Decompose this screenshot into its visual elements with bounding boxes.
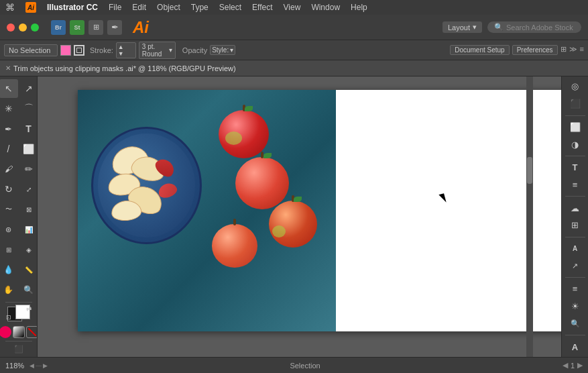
width-input[interactable]: 3 pt. Round ▾ <box>139 42 176 59</box>
menu-help[interactable]: Help <box>351 3 367 12</box>
pencil-tool[interactable]: ✏ <box>19 160 38 178</box>
tool-separator <box>5 302 32 303</box>
zoom-level: 118% <box>5 362 24 370</box>
arrange-button[interactable]: ≡ <box>566 282 585 297</box>
tab-close-button[interactable]: ✕ <box>5 64 11 72</box>
color-mode-button[interactable] <box>0 326 11 338</box>
rect-tool[interactable]: ⬜ <box>19 140 38 158</box>
app-icon: Ai <box>25 2 36 13</box>
more-icon[interactable]: ≫ <box>569 45 577 55</box>
menu-object[interactable]: Object <box>157 3 180 12</box>
character-panel-button[interactable]: T <box>566 160 585 175</box>
scale-tool[interactable]: ⤢ <box>19 180 38 199</box>
swap-colors-icon[interactable]: ⇄ <box>26 305 32 313</box>
selection-indicator: No Selection <box>4 44 58 56</box>
measure-tool[interactable]: 📏 <box>19 260 38 279</box>
direct-selection-tool[interactable]: ↗ <box>19 79 38 98</box>
mesh-tool[interactable]: ⊞ <box>0 240 18 259</box>
column-graph-tool[interactable]: 📊 <box>19 220 38 239</box>
appearance-button[interactable]: ◑ <box>566 137 585 152</box>
apple-image-background <box>78 90 336 331</box>
paragraph-panel-button[interactable]: ≡ <box>566 178 585 193</box>
chevron-down-icon: ▾ <box>169 46 172 54</box>
page-number: 1 <box>571 362 575 370</box>
left-toolbar: ↖ ↗ ✳ ⌒ ✒ T / ⬜ 🖌 ✏ ↻ ⤢ 〜 ⊠ ⊛ 📊 <box>0 76 38 357</box>
menu-window[interactable]: Window <box>311 3 340 12</box>
stock-icon[interactable]: St <box>70 20 84 35</box>
artboard-button[interactable]: ☀ <box>566 299 585 314</box>
free-transform-tool[interactable]: ⊠ <box>19 200 38 219</box>
search-box[interactable]: 🔍 Search Adobe Stock <box>487 21 581 33</box>
stroke-input[interactable]: ▲▼ <box>116 42 136 58</box>
line-tool[interactable]: / <box>0 140 18 158</box>
canvas-area[interactable] <box>38 76 561 357</box>
menu-effect[interactable]: Effect <box>252 3 272 12</box>
properties-button[interactable]: ⊞ <box>566 218 585 233</box>
preferences-button[interactable]: Preferences <box>512 45 558 55</box>
ai-logo: Ai <box>133 18 149 37</box>
change-screen-mode-button[interactable]: ⬛ <box>9 343 28 354</box>
vertical-scrollbar-track[interactable] <box>526 76 533 357</box>
blend-tool[interactable]: ◈ <box>19 240 38 259</box>
menu-file[interactable]: File <box>109 3 121 12</box>
vertical-scrollbar-thumb[interactable] <box>527 157 532 184</box>
chevron-down-icon: ▾ <box>473 23 477 32</box>
fill-color-swatch[interactable] <box>60 45 71 56</box>
tab-title: Trim objects using clipping masks .ai* @… <box>13 64 236 72</box>
apple-leaf-4 <box>294 197 302 202</box>
menu-bar: ⌘ Ai Illustrator CC File Edit Object Typ… <box>0 0 588 15</box>
menu-edit[interactable]: Edit <box>132 3 146 12</box>
transform-panel-button[interactable]: ◎ <box>566 79 585 94</box>
app-name: Illustrator CC <box>47 3 98 12</box>
warp-tool[interactable]: 〜 <box>0 200 18 219</box>
color-mode-buttons <box>0 326 38 338</box>
menu-view[interactable]: View <box>284 3 301 12</box>
apple-menu[interactable]: ⌘ <box>5 2 15 13</box>
panel-separator-6 <box>565 335 585 335</box>
search-icon: 🔍 <box>494 23 504 32</box>
hand-tool[interactable]: ✋ <box>0 280 18 299</box>
eyedropper-tool[interactable]: 💧 <box>0 260 18 279</box>
rotate-scale-tools: ↻ ⤢ <box>0 180 38 199</box>
traffic-lights <box>7 23 39 32</box>
cc-libraries-button[interactable]: ☁ <box>566 201 585 215</box>
magic-wand-tool[interactable]: ✳ <box>0 99 18 118</box>
recolor-button[interactable]: A <box>566 242 585 256</box>
paintbrush-tool[interactable]: 🖌 <box>0 160 18 178</box>
menu-type[interactable]: Type <box>191 3 209 12</box>
stroke-color-swatch[interactable] <box>74 45 84 56</box>
maximize-button[interactable] <box>31 23 39 32</box>
menu-select[interactable]: Select <box>219 3 241 12</box>
symbol-sprayer-tool[interactable]: ⊛ <box>0 220 18 239</box>
type-panel-button[interactable]: A <box>566 339 585 354</box>
pen-icon[interactable]: ✒ <box>107 20 122 35</box>
rotate-tool[interactable]: ↻ <box>0 180 18 199</box>
none-mode-button[interactable] <box>26 326 38 338</box>
arrange-icon[interactable]: ⊞ <box>561 45 567 55</box>
zoom-tool[interactable]: 🔍 <box>19 280 38 299</box>
selection-tool[interactable]: ↖ <box>0 79 18 98</box>
zoom-in-button[interactable]: ▶ <box>43 362 48 369</box>
gradient-mode-button[interactable] <box>13 326 25 338</box>
document-setup-button[interactable]: Document Setup <box>450 45 510 55</box>
next-page-button[interactable]: ▶ <box>577 361 583 370</box>
zoom-out-button[interactable]: ◀ <box>30 362 34 369</box>
title-bar: Br St ⊞ ✒ Ai Layout ▾ 🔍 Search Adobe Sto… <box>0 15 588 40</box>
close-button[interactable] <box>7 23 15 32</box>
pathfinder-button[interactable]: ⬜ <box>566 119 585 134</box>
zoom-panel-button[interactable]: 🔍 <box>566 317 585 331</box>
image-trace-button[interactable]: ↗ <box>566 258 585 273</box>
menu-icon[interactable]: ≡ <box>580 45 584 55</box>
default-colors-icon[interactable]: ⊡ <box>6 314 11 321</box>
symbol-tools: ⊛ 📊 <box>0 220 38 239</box>
layout-button[interactable]: Layout ▾ <box>443 21 482 33</box>
pen-tool[interactable]: ✒ <box>0 119 18 138</box>
prev-page-button[interactable]: ◀ <box>563 361 568 370</box>
style-select[interactable]: Style: ▾ <box>210 45 235 55</box>
align-panel-button[interactable]: ⬛ <box>566 97 585 111</box>
minimize-button[interactable] <box>19 23 27 32</box>
workspace-icon[interactable]: ⊞ <box>89 20 103 35</box>
type-tool[interactable]: T <box>19 119 38 138</box>
bridge-icon[interactable]: Br <box>51 20 66 35</box>
lasso-tool[interactable]: ⌒ <box>19 99 38 118</box>
